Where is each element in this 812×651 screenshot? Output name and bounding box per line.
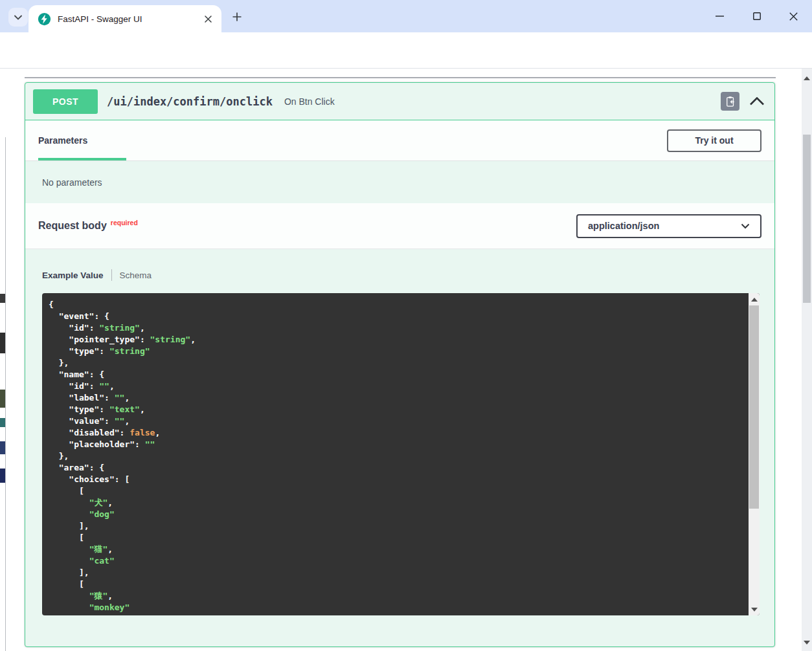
try-it-out-button[interactable]: Try it out bbox=[667, 129, 761, 152]
page-scroll-down-arrow[interactable] bbox=[802, 637, 812, 648]
minimize-icon bbox=[716, 16, 724, 17]
section-divider bbox=[25, 77, 776, 78]
example-code[interactable]: { "event": { "id": "string", "pointer_ty… bbox=[42, 293, 749, 615]
example-code-block: { "event": { "id": "string", "pointer_ty… bbox=[42, 293, 760, 615]
browser-tab-strip: FastAPI - Swagger UI bbox=[0, 0, 812, 32]
edge-fragment bbox=[0, 390, 5, 408]
tab-example-value[interactable]: Example Value bbox=[42, 270, 104, 280]
clipboard-copy-icon bbox=[725, 95, 736, 108]
edge-fragment bbox=[0, 441, 5, 454]
fastapi-favicon-icon bbox=[38, 12, 51, 26]
code-scroll-up-arrow[interactable] bbox=[749, 294, 760, 305]
close-icon bbox=[205, 16, 212, 23]
edge-fragment bbox=[0, 333, 5, 353]
browser-toolbar: localhost:8000/docs#/default/on_btn_clic… bbox=[0, 32, 812, 69]
tab-search-button[interactable] bbox=[8, 8, 28, 27]
parameters-title: Parameters bbox=[38, 135, 87, 146]
request-body-title: Request body bbox=[38, 220, 107, 232]
endpoint-path: /ui/index/confirm/onclick bbox=[107, 95, 273, 108]
no-parameters-message: No parameters bbox=[25, 161, 774, 203]
tab-title: FastAPI - Swagger UI bbox=[58, 14, 202, 24]
content-type-value: application/json bbox=[588, 221, 741, 231]
request-body-example-section: Example Value Schema { "event": { "id": … bbox=[25, 249, 774, 615]
maximize-icon bbox=[753, 12, 761, 20]
edge-fragment bbox=[0, 294, 5, 303]
close-window-button[interactable] bbox=[775, 0, 812, 32]
new-tab-button[interactable] bbox=[229, 9, 245, 25]
left-edge-divider bbox=[5, 137, 6, 651]
http-method-badge: POST bbox=[33, 89, 98, 114]
page-scrollbar-thumb[interactable] bbox=[803, 135, 811, 303]
post-operation-panel: POST /ui/index/confirm/onclick On Btn Cl… bbox=[25, 82, 775, 647]
content-type-select[interactable]: application/json bbox=[576, 214, 761, 238]
tab-schema[interactable]: Schema bbox=[120, 270, 152, 280]
example-schema-tabs: Example Value Schema bbox=[42, 269, 774, 281]
code-scrollbar[interactable] bbox=[749, 293, 760, 615]
code-scroll-down-arrow[interactable] bbox=[749, 604, 760, 615]
operation-summary[interactable]: POST /ui/index/confirm/onclick On Btn Cl… bbox=[25, 83, 774, 120]
code-scrollbar-thumb[interactable] bbox=[749, 305, 759, 509]
chevron-down-icon bbox=[14, 15, 22, 20]
tab-close-button[interactable] bbox=[202, 13, 214, 25]
page-scrollbar[interactable] bbox=[802, 69, 812, 651]
tab-divider bbox=[111, 269, 112, 281]
required-flag: required bbox=[111, 219, 138, 226]
maximize-button[interactable] bbox=[738, 0, 775, 32]
edge-fragment bbox=[0, 418, 5, 427]
collapse-operation-button[interactable] bbox=[747, 92, 767, 111]
chevron-up-icon bbox=[749, 97, 765, 105]
plus-icon bbox=[232, 12, 242, 21]
active-tab-underline bbox=[38, 158, 126, 160]
endpoint-summary: On Btn Click bbox=[284, 96, 335, 107]
page-scroll-up-arrow[interactable] bbox=[802, 72, 812, 83]
window-controls bbox=[701, 0, 812, 32]
request-body-header: Request body required application/json bbox=[25, 203, 774, 249]
chevron-down-icon bbox=[741, 223, 750, 229]
copy-to-clipboard-button[interactable] bbox=[721, 92, 739, 111]
close-icon bbox=[789, 12, 798, 21]
edge-fragment bbox=[0, 469, 5, 483]
parameters-header: Parameters Try it out bbox=[25, 120, 774, 161]
minimize-button[interactable] bbox=[701, 0, 738, 32]
browser-tab[interactable]: FastAPI - Swagger UI bbox=[28, 5, 221, 32]
